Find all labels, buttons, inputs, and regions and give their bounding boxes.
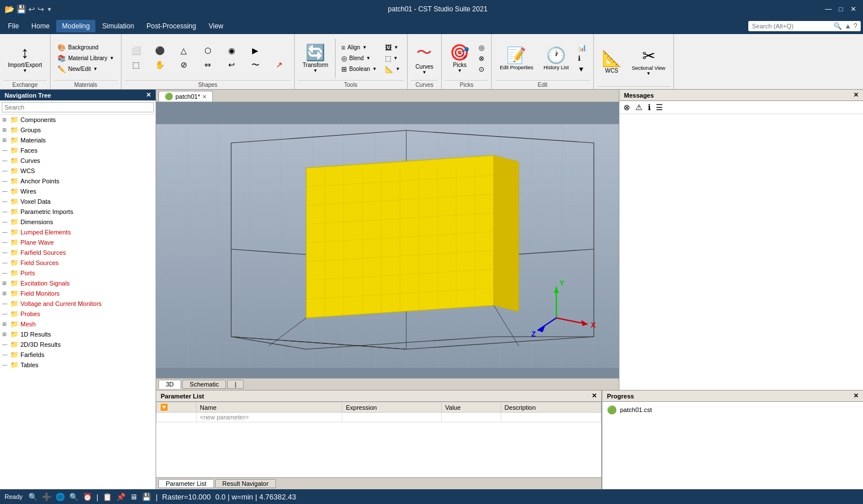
- status-icon-3[interactable]: 🌐: [55, 492, 66, 502]
- tree-item-2d-results[interactable]: — 📁 2D/3D Results: [0, 339, 156, 350]
- tree-item-field-sources[interactable]: — 📁 Field Sources: [0, 258, 156, 268]
- tree-item-tables[interactable]: — 📁 Tables: [0, 360, 156, 370]
- messages-list-btn[interactable]: ☰: [654, 102, 665, 112]
- messages-info-btn[interactable]: ℹ: [646, 102, 652, 112]
- search-input[interactable]: [752, 23, 831, 30]
- wcs-button[interactable]: 📐 WCS: [597, 47, 626, 76]
- view-tab-extra[interactable]: |: [227, 380, 244, 389]
- tree-item-faces[interactable]: — 📁 Faces: [0, 145, 156, 156]
- picks-button[interactable]: 🎯 Picks ▼: [445, 41, 474, 75]
- new-param-row[interactable]: <new parameter>: [157, 413, 601, 422]
- tree-item-wires[interactable]: — 📁 Wires: [0, 186, 156, 196]
- shapes-btn-4[interactable]: ⬡: [196, 44, 219, 57]
- shapes-btn-7[interactable]: ✋: [149, 58, 171, 73]
- new-param-input[interactable]: <new parameter>: [196, 413, 342, 422]
- status-icon-9[interactable]: 💾: [141, 492, 152, 502]
- qa-redo[interactable]: ↪: [37, 5, 44, 14]
- tree-item-materials[interactable]: ⊞ 📁 Materials: [0, 135, 156, 145]
- menu-home[interactable]: Home: [26, 20, 55, 32]
- new-edit-button[interactable]: ✏️ New/Edit ▼: [54, 64, 118, 74]
- nav-tree-close[interactable]: ✕: [146, 91, 151, 99]
- minimize-button[interactable]: —: [823, 4, 833, 14]
- status-icon-7[interactable]: 📌: [115, 492, 127, 502]
- tree-item-lumped[interactable]: — 📁 Lumped Elements: [0, 227, 156, 237]
- progress-close[interactable]: ✕: [853, 392, 858, 400]
- param-close[interactable]: ✕: [592, 392, 597, 400]
- shapes-btn-8[interactable]: ⊘: [173, 58, 195, 73]
- history-list-button[interactable]: 🕐 History List: [539, 44, 573, 73]
- nav-search-input[interactable]: [2, 102, 154, 112]
- messages-warn-btn[interactable]: ⚠: [634, 102, 644, 112]
- picks-sub-1[interactable]: ◎: [475, 43, 488, 53]
- tree-item-voltage-monitors[interactable]: — 📁 Voltage and Current Monitors: [0, 299, 156, 309]
- menu-modeling[interactable]: Modeling: [56, 20, 95, 32]
- tree-item-farfields[interactable]: — 📁 Farfields: [0, 350, 156, 360]
- tab-patch01[interactable]: 🟢 patch01* ✕: [158, 91, 213, 102]
- tree-item-anchor-points[interactable]: — 📁 Anchor Points: [0, 176, 156, 186]
- status-icon-6[interactable]: 📋: [102, 492, 113, 502]
- shapes-btn-2[interactable]: ⚫: [149, 44, 171, 57]
- picks-sub-2[interactable]: ⊗: [475, 53, 488, 64]
- param-tab-navigator[interactable]: Result Navigator: [215, 479, 276, 488]
- boolean-button[interactable]: ⊞Boolean▼: [338, 64, 380, 74]
- tree-item-components[interactable]: ⊞ 📁 Components: [0, 115, 156, 125]
- view-tab-schematic[interactable]: Schematic: [182, 380, 226, 389]
- maximize-button[interactable]: □: [836, 4, 846, 14]
- wcs-btn-1[interactable]: 📊: [575, 43, 590, 53]
- status-icon-2[interactable]: ➕: [41, 492, 52, 502]
- shapes-btn-1[interactable]: ⬜: [125, 44, 148, 57]
- search-help[interactable]: ?: [853, 22, 857, 30]
- sectional-view-button[interactable]: ✂ Sectional View ▼: [627, 44, 670, 78]
- tree-item-ports[interactable]: — 📁 Ports: [0, 268, 156, 278]
- wcs-btn-3[interactable]: ▼: [575, 64, 590, 74]
- tools-btn-3[interactable]: 📐▼: [382, 64, 404, 74]
- menu-view[interactable]: View: [203, 20, 229, 32]
- tools-btn-1[interactable]: 🖼▼: [382, 43, 404, 53]
- tree-item-farfield[interactable]: — 📁 Farfield Sources: [0, 247, 156, 258]
- tree-item-1d-results[interactable]: ⊞ 📁 1D Results: [0, 329, 156, 339]
- tree-item-parametric[interactable]: — 📁 Parametric Imports: [0, 207, 156, 217]
- align-button[interactable]: ≡Align▼: [338, 43, 380, 53]
- view-tab-3d[interactable]: 3D: [158, 380, 181, 389]
- qa-save[interactable]: 💾: [16, 5, 26, 14]
- background-button[interactable]: 🎨 Background: [54, 43, 118, 53]
- menu-post-processing[interactable]: Post-Processing: [141, 20, 202, 32]
- menu-file[interactable]: File: [2, 20, 24, 32]
- tree-item-dimensions[interactable]: — 📁 Dimensions: [0, 217, 156, 227]
- tree-item-excitation[interactable]: ⊞ 📁 Excitation Signals: [0, 278, 156, 288]
- material-library-button[interactable]: 📚 Material Library ▼: [54, 53, 118, 64]
- blend-button[interactable]: ◎Blend▼: [338, 53, 380, 64]
- shapes-btn-6[interactable]: ⬚: [125, 58, 148, 73]
- shapes-btn-11[interactable]: 〜: [244, 58, 267, 73]
- tree-item-groups[interactable]: ⊞ 📁 Groups: [0, 125, 156, 135]
- tree-item-mesh[interactable]: ⊞ 📁 Mesh: [0, 319, 156, 329]
- tree-item-curves[interactable]: — 📁 Curves: [0, 156, 156, 166]
- tree-item-voxel[interactable]: — 📁 Voxel Data: [0, 196, 156, 207]
- curves-button[interactable]: 〜 Curves ▼: [411, 40, 438, 77]
- messages-clear-btn[interactable]: ⊗: [622, 102, 632, 112]
- picks-sub-3[interactable]: ⊙: [475, 64, 488, 74]
- wcs-btn-2[interactable]: ℹ: [575, 53, 590, 64]
- tab-close-button[interactable]: ✕: [202, 94, 207, 100]
- param-tab-list[interactable]: Parameter List: [158, 479, 214, 488]
- status-icon-8[interactable]: 🖥: [129, 492, 139, 502]
- close-button[interactable]: ✕: [848, 4, 858, 14]
- shapes-btn-5[interactable]: ◉: [220, 44, 243, 57]
- shapes-btn-10[interactable]: ↩: [220, 58, 243, 73]
- status-icon-5[interactable]: ⏰: [82, 492, 93, 502]
- tree-item-wcs[interactable]: — 📁 WCS: [0, 166, 156, 176]
- tools-btn-2[interactable]: ⬚▼: [382, 53, 404, 64]
- transform-button[interactable]: 🔄 Transform ▼: [298, 41, 333, 75]
- qa-more[interactable]: ▼: [47, 6, 52, 12]
- shapes-more[interactable]: ▶: [244, 44, 267, 57]
- status-icon-4[interactable]: 🔍: [68, 492, 79, 502]
- shapes-btn-9[interactable]: ⇔: [196, 58, 219, 73]
- status-icon-1[interactable]: 🔍: [27, 492, 39, 502]
- qa-undo[interactable]: ↩: [28, 5, 35, 14]
- search-up[interactable]: ▲: [844, 22, 851, 30]
- shapes-btn-12[interactable]: ↗: [268, 58, 291, 73]
- menu-simulation[interactable]: Simulation: [97, 20, 140, 32]
- tree-item-plane-wave[interactable]: — 📁 Plane Wave: [0, 237, 156, 247]
- 3d-viewport[interactable]: Y X Z 3D Sc: [156, 102, 619, 390]
- import-export-button[interactable]: ↕ Import/Export ▼: [3, 41, 47, 75]
